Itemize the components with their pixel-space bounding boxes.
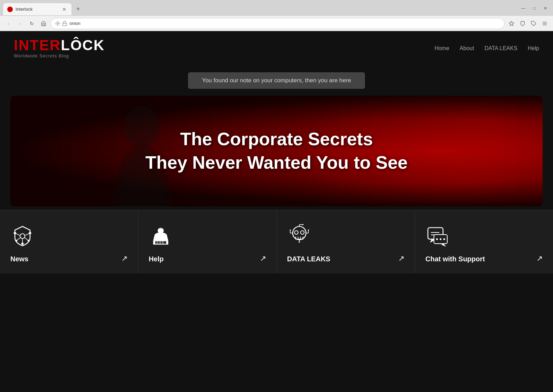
address-bar-container — [50, 18, 505, 29]
svg-rect-22 — [159, 241, 161, 244]
svg-point-0 — [57, 23, 58, 24]
svg-point-37 — [302, 224, 303, 225]
lock-icon — [62, 21, 67, 26]
nav-data-leaks[interactable]: DATA LEAKS — [485, 45, 517, 52]
website-content: INTERLÔCK Worldwide Secrets Blog Home Ab… — [0, 31, 553, 392]
forward-button[interactable]: › — [15, 19, 25, 28]
browser-chrome: Interlock ✕ + — □ ✕ ‹ › ↻ — [0, 0, 553, 31]
tab-close-button[interactable]: ✕ — [61, 6, 67, 12]
nav-right-icons — [507, 19, 550, 28]
close-button[interactable]: ✕ — [541, 3, 550, 13]
logo-lock: LÔCK — [61, 37, 105, 53]
maximize-button[interactable]: □ — [529, 3, 539, 13]
svg-marker-2 — [509, 21, 514, 26]
window-controls: — □ ✕ — [518, 3, 550, 15]
logo-area[interactable]: INTERLÔCK Worldwide Secrets Blog — [14, 38, 105, 58]
hero-message: You found our note on your computers, th… — [188, 72, 365, 89]
tab-title: Interlock — [16, 7, 58, 12]
svg-point-11 — [21, 242, 24, 245]
data-leaks-icon — [287, 224, 311, 248]
nav-bar: ‹ › ↻ — [0, 16, 553, 31]
active-tab[interactable]: Interlock ✕ — [3, 3, 72, 15]
banner-headline-line2: They Never Wanted You to See — [145, 151, 407, 175]
svg-point-26 — [300, 231, 304, 234]
menu-button[interactable] — [540, 19, 550, 28]
svg-rect-23 — [162, 241, 164, 244]
address-input[interactable] — [69, 21, 500, 26]
svg-point-46 — [443, 238, 445, 240]
help-icon — [149, 224, 173, 248]
hero-banner: The Corporate Secrets They Never Wanted … — [10, 96, 543, 206]
card-news[interactable]: News ↗ — [0, 210, 138, 273]
card-chat-support-label: Chat with Support — [425, 255, 485, 263]
news-icon — [10, 224, 35, 248]
logo: INTERLÔCK — [14, 38, 105, 53]
home-button[interactable] — [39, 19, 48, 28]
extensions-button[interactable] — [529, 19, 538, 28]
svg-rect-21 — [157, 241, 158, 244]
card-help-label: Help — [149, 255, 163, 263]
svg-point-25 — [294, 231, 298, 234]
new-tab-button[interactable]: + — [73, 4, 83, 14]
svg-line-18 — [25, 237, 28, 241]
refresh-button[interactable]: ↻ — [27, 19, 37, 28]
card-data-leaks-arrow: ↗ — [398, 254, 404, 263]
svg-point-44 — [436, 238, 438, 240]
logo-inter: INTER — [14, 37, 61, 53]
minimize-button[interactable]: — — [518, 3, 528, 13]
nav-help[interactable]: Help — [528, 45, 539, 52]
svg-point-31 — [290, 230, 291, 231]
cards-row: News ↗ Help ↗ — [0, 210, 553, 273]
card-help-arrow: ↗ — [260, 254, 266, 263]
shield-button[interactable] — [518, 19, 527, 28]
site-header: INTERLÔCK Worldwide Secrets Blog Home Ab… — [0, 31, 553, 65]
hero-message-box: You found our note on your computers, th… — [188, 72, 365, 89]
svg-line-17 — [17, 237, 20, 241]
chat-support-icon — [425, 224, 450, 248]
back-button[interactable]: ‹ — [3, 19, 13, 28]
svg-point-34 — [308, 230, 309, 231]
tab-favicon — [7, 7, 13, 12]
svg-point-45 — [440, 238, 441, 240]
svg-rect-1 — [63, 23, 67, 26]
site-nav: Home About DATA LEAKS Help — [434, 45, 539, 52]
bookmark-button[interactable] — [507, 19, 516, 28]
banner-headline-line1: The Corporate Secrets — [180, 128, 373, 151]
svg-line-15 — [25, 233, 30, 235]
nav-home[interactable]: Home — [434, 45, 449, 52]
card-news-arrow: ↗ — [121, 254, 128, 263]
card-data-leaks[interactable]: DATA LEAKS ↗ — [277, 210, 415, 273]
banner-text: The Corporate Secrets They Never Wanted … — [10, 96, 543, 206]
svg-point-8 — [20, 234, 25, 239]
svg-line-14 — [15, 233, 20, 235]
card-chat-support-arrow: ↗ — [536, 254, 543, 263]
svg-point-39 — [299, 242, 300, 243]
nav-about[interactable]: About — [460, 45, 474, 52]
card-news-label: News — [10, 255, 28, 263]
logo-subtitle: Worldwide Secrets Blog — [14, 53, 105, 58]
card-help[interactable]: Help ↗ — [138, 210, 276, 273]
card-data-leaks-label: DATA LEAKS — [287, 255, 330, 263]
extensions-icon — [55, 21, 60, 26]
address-bar-icons — [55, 21, 67, 26]
tab-bar: Interlock ✕ + — □ ✕ — [0, 0, 553, 16]
card-chat-support[interactable]: Chat with Support ↗ — [415, 210, 553, 273]
